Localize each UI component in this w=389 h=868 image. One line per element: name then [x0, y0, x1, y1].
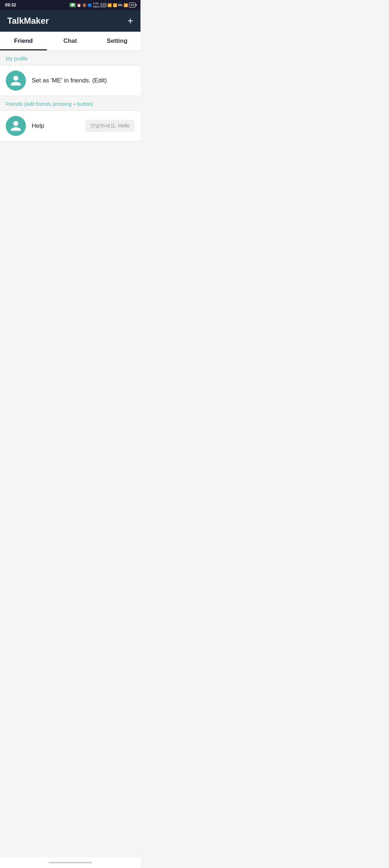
friend-last-message-help: 안녕하세요. Hello	[85, 120, 135, 132]
status-icons: 💬 ⏰ 🔕 🔵 9.00KB/S HD 📶 📶 5G 📶 99	[70, 2, 135, 8]
5g-label: 5G	[118, 3, 122, 7]
signal2-icon: 📶	[124, 3, 128, 7]
friend-person-icon	[10, 120, 22, 132]
data-speed-label: 9.00KB/S	[93, 2, 99, 8]
app-bar: TalkMaker +	[0, 10, 140, 32]
tab-friend[interactable]: Friend	[0, 32, 47, 50]
app-title: TalkMaker	[7, 16, 49, 26]
my-profile-section-label: My profile	[0, 51, 140, 65]
battery-icon: 99	[129, 3, 135, 8]
my-profile-name: Set as 'ME' in friends. (Edit)	[32, 77, 135, 84]
friend-avatar-help	[6, 116, 26, 136]
alarm-icon: ⏰	[77, 3, 81, 7]
signal-icon: 📶	[113, 3, 117, 7]
status-bar: 09:32 💬 ⏰ 🔕 🔵 9.00KB/S HD 📶 📶 5G 📶 99	[0, 0, 140, 10]
bluetooth-icon: 🔵	[88, 3, 92, 7]
my-profile-row[interactable]: Set as 'ME' in friends. (Edit)	[0, 65, 140, 96]
hd-icon: HD	[100, 3, 106, 7]
divider-4	[0, 141, 140, 141]
friends-section-label: Friends (Add friends pressing + button)	[0, 96, 140, 110]
chat-notification-icon: 💬	[70, 3, 76, 7]
my-profile-avatar	[6, 71, 26, 91]
tab-bar: Friend Chat Setting	[0, 32, 140, 51]
mute-icon: 🔕	[82, 3, 86, 7]
friend-row-help[interactable]: Help 안녕하세요. Hello	[0, 111, 140, 141]
content-area: My profile Set as 'ME' in friends. (Edit…	[0, 51, 140, 141]
friend-name-help: Help	[32, 122, 79, 130]
tab-chat[interactable]: Chat	[47, 32, 94, 50]
person-icon	[10, 74, 22, 87]
status-time: 09:32	[5, 3, 16, 8]
wifi-icon: 📶	[107, 3, 112, 7]
tab-setting[interactable]: Setting	[94, 32, 140, 50]
add-button[interactable]: +	[128, 16, 133, 26]
